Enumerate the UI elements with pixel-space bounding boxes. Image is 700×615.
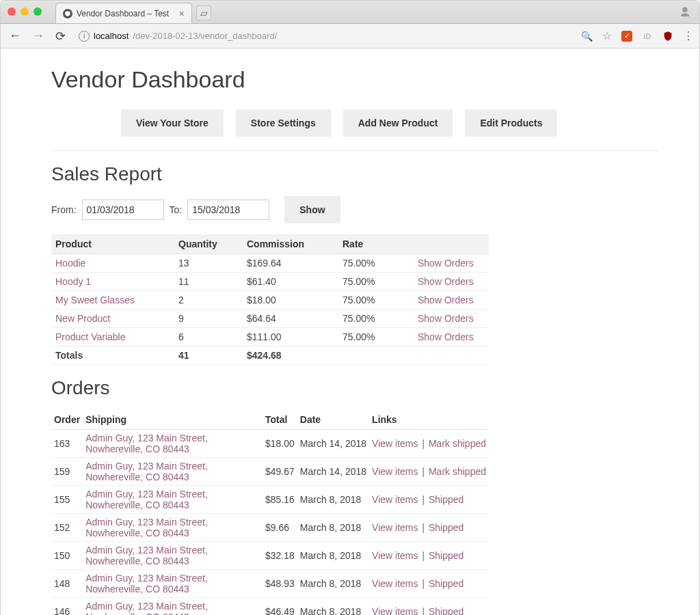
product-link[interactable]: My Sweet Glasses bbox=[55, 295, 135, 305]
order-id-cell: 163 bbox=[51, 430, 83, 458]
view-items-link[interactable]: View items bbox=[372, 466, 418, 477]
order-row: 163Admin Guy, 123 Main Street, Nowherevi… bbox=[51, 430, 489, 458]
rate-cell: 75.00% bbox=[338, 273, 414, 291]
forward-button: → bbox=[29, 29, 47, 43]
total-cell: $49.67 bbox=[262, 458, 297, 486]
rate-cell: 75.00% bbox=[338, 328, 414, 346]
reload-button[interactable]: ⟳ bbox=[53, 29, 68, 44]
shipped-link[interactable]: Shipped bbox=[429, 606, 463, 615]
col-order: Order bbox=[51, 410, 83, 430]
link-separator: | bbox=[418, 438, 429, 449]
order-row: 159Admin Guy, 123 Main Street, Nowherevi… bbox=[51, 458, 489, 486]
shipping-link[interactable]: Admin Guy, 123 Main Street, Nowhereville… bbox=[85, 545, 208, 566]
add-product-button[interactable]: Add New Product bbox=[343, 109, 453, 137]
shipping-link[interactable]: Admin Guy, 123 Main Street, Nowhereville… bbox=[85, 489, 208, 510]
shipping-link[interactable]: Admin Guy, 123 Main Street, Nowhereville… bbox=[85, 517, 208, 538]
view-items-link[interactable]: View items bbox=[372, 522, 418, 533]
product-link[interactable]: Product Variable bbox=[55, 331, 125, 342]
order-id-cell: 155 bbox=[51, 486, 83, 514]
qty-cell: 9 bbox=[174, 310, 243, 328]
to-date-input[interactable] bbox=[187, 200, 269, 220]
show-orders-link[interactable]: Show Orders bbox=[418, 258, 474, 269]
link-separator: | bbox=[418, 550, 429, 561]
product-link[interactable]: Hoody 1 bbox=[55, 276, 91, 287]
view-items-link[interactable]: View items bbox=[372, 606, 418, 615]
commission-cell: $61.40 bbox=[243, 273, 338, 291]
shipping-link[interactable]: Admin Guy, 123 Main Street, Nowhereville… bbox=[85, 601, 208, 615]
shipped-link[interactable]: Shipped bbox=[429, 522, 463, 533]
mark-shipped-link[interactable]: Mark shipped bbox=[429, 466, 486, 477]
sales-table: Product Quantity Commission Rate Hoodie1… bbox=[51, 234, 489, 365]
shipped-link[interactable]: Shipped bbox=[429, 494, 463, 505]
shipped-link[interactable]: Shipped bbox=[429, 578, 463, 589]
links-cell: View items | Mark shipped bbox=[369, 430, 489, 458]
col-shipping: Shipping bbox=[83, 410, 262, 430]
link-separator: | bbox=[418, 494, 429, 505]
search-icon[interactable]: 🔍 bbox=[581, 31, 593, 42]
extension-ublock-icon[interactable] bbox=[662, 31, 673, 42]
date-cell: March 8, 2018 bbox=[297, 486, 369, 514]
site-info-icon[interactable]: i bbox=[79, 31, 90, 42]
to-label: To: bbox=[170, 204, 183, 215]
show-orders-link[interactable]: Show Orders bbox=[418, 276, 474, 287]
url-host: localhost bbox=[94, 31, 129, 41]
show-button[interactable]: Show bbox=[284, 196, 340, 223]
links-cell: View items | Shipped bbox=[369, 570, 489, 598]
shipped-link[interactable]: Shipped bbox=[429, 550, 463, 561]
window-minimize-icon[interactable] bbox=[21, 8, 29, 16]
sales-row: Hoodie13$169.6475.00%Show Orders bbox=[51, 254, 489, 273]
back-button[interactable]: ← bbox=[6, 29, 24, 43]
date-cell: March 8, 2018 bbox=[297, 570, 369, 598]
address-bar[interactable]: i localhost/dev-2018-02-13/vendor_dashbo… bbox=[74, 27, 282, 45]
col-commission: Commission bbox=[243, 234, 338, 254]
from-date-input[interactable] bbox=[82, 200, 164, 220]
shipping-cell: Admin Guy, 123 Main Street, Nowhereville… bbox=[83, 598, 262, 616]
links-cell: View items | Mark shipped bbox=[369, 458, 489, 486]
profile-icon[interactable] bbox=[679, 6, 691, 18]
qty-cell: 13 bbox=[174, 254, 243, 273]
browser-menu-icon[interactable]: ⋮ bbox=[683, 29, 694, 42]
view-items-link[interactable]: View items bbox=[372, 550, 418, 561]
window-close-icon[interactable] bbox=[8, 8, 16, 16]
qty-cell: 2 bbox=[174, 291, 243, 310]
shipping-link[interactable]: Admin Guy, 123 Main Street, Nowhereville… bbox=[85, 461, 208, 482]
action-bar: View Your Store Store Settings Add New P… bbox=[51, 105, 658, 151]
view-store-button[interactable]: View Your Store bbox=[121, 109, 224, 137]
links-cell: View items | Shipped bbox=[369, 542, 489, 570]
show-orders-link[interactable]: Show Orders bbox=[418, 295, 474, 305]
extension-todoist-icon[interactable]: ✓ bbox=[621, 31, 632, 42]
view-items-link[interactable]: View items bbox=[372, 578, 418, 589]
product-link[interactable]: New Product bbox=[55, 313, 110, 324]
date-filter: From: To: Show bbox=[51, 196, 658, 223]
show-orders-link[interactable]: Show Orders bbox=[418, 313, 474, 324]
col-date: Date bbox=[297, 410, 369, 430]
shipping-link[interactable]: Admin Guy, 123 Main Street, Nowhereville… bbox=[85, 433, 208, 454]
shipping-cell: Admin Guy, 123 Main Street, Nowhereville… bbox=[83, 430, 262, 458]
sales-row: Hoody 111$61.4075.00%Show Orders bbox=[51, 273, 489, 291]
view-items-link[interactable]: View items bbox=[372, 494, 418, 505]
extension-id-icon[interactable]: iD bbox=[642, 31, 653, 42]
store-settings-button[interactable]: Store Settings bbox=[236, 109, 331, 137]
mark-shipped-link[interactable]: Mark shipped bbox=[429, 438, 486, 449]
link-separator: | bbox=[418, 606, 429, 615]
tab-close-icon[interactable]: × bbox=[179, 8, 185, 19]
order-id-cell: 146 bbox=[51, 598, 83, 616]
window-controls bbox=[8, 8, 42, 16]
window-maximize-icon[interactable] bbox=[33, 8, 42, 16]
total-cell: $18.00 bbox=[262, 430, 297, 458]
browser-tab[interactable]: Vendor Dashboard – Test × bbox=[55, 3, 192, 23]
edit-products-button[interactable]: Edit Products bbox=[465, 109, 557, 137]
shipping-cell: Admin Guy, 123 Main Street, Nowhereville… bbox=[83, 514, 262, 542]
order-id-cell: 159 bbox=[51, 458, 83, 486]
shipping-link[interactable]: Admin Guy, 123 Main Street, Nowhereville… bbox=[85, 573, 208, 594]
date-cell: March 14, 2018 bbox=[297, 458, 369, 486]
link-separator: | bbox=[418, 578, 429, 589]
link-separator: | bbox=[418, 522, 429, 533]
url-path: /dev-2018-02-13/vendor_dashboard/ bbox=[133, 31, 277, 41]
bookmark-star-icon[interactable]: ☆ bbox=[602, 29, 612, 42]
product-link[interactable]: Hoodie bbox=[55, 258, 85, 269]
new-tab-button[interactable]: ▱ bbox=[196, 5, 211, 20]
order-id-cell: 152 bbox=[51, 514, 83, 542]
show-orders-link[interactable]: Show Orders bbox=[418, 331, 474, 342]
view-items-link[interactable]: View items bbox=[372, 438, 418, 449]
